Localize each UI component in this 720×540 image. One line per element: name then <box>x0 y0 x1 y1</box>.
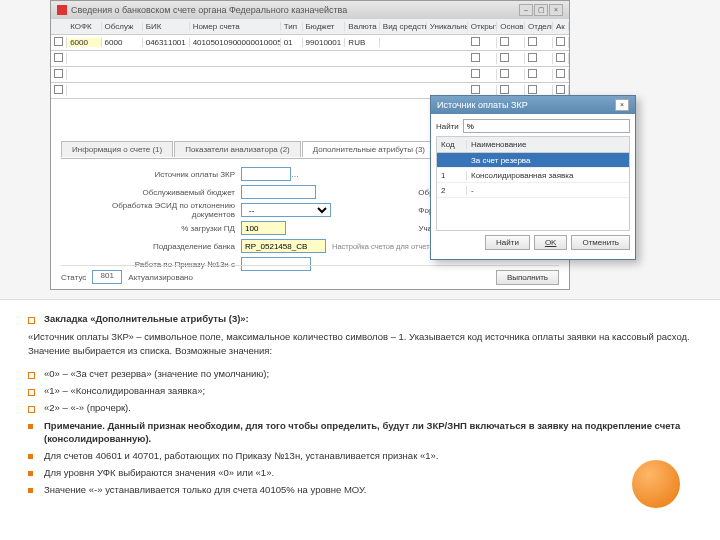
close-button[interactable]: × <box>549 4 563 16</box>
dept-checkbox[interactable] <box>528 69 537 78</box>
doc-note: Значение «-» устанавливается только для … <box>44 483 700 497</box>
status-text: Актуализировано <box>128 273 193 282</box>
cell-budget: 99010001 <box>303 38 346 47</box>
main-checkbox[interactable] <box>500 37 509 46</box>
col-currency[interactable]: Валюта <box>345 22 379 31</box>
open-checkbox[interactable] <box>471 37 480 46</box>
row-checkbox[interactable] <box>54 37 63 46</box>
col-account[interactable]: Номер счета <box>190 22 281 31</box>
src-input[interactable] <box>241 167 291 181</box>
window-titlebar: Сведения о банковском счете органа Федер… <box>51 1 569 19</box>
status-code: 801 <box>92 270 122 284</box>
cell-bik: 046311001 <box>143 38 190 47</box>
row-checkbox[interactable] <box>54 53 63 62</box>
ak-checkbox[interactable] <box>556 37 565 46</box>
lookup-row[interactable]: 1 Консолидированная заявка <box>437 168 629 183</box>
dept-input[interactable] <box>241 239 326 253</box>
col-funds-type[interactable]: Вид средств <box>380 22 427 31</box>
col-type[interactable]: Тип <box>281 22 303 31</box>
row-checkbox[interactable] <box>54 69 63 78</box>
pd-input[interactable] <box>241 221 286 235</box>
doc-note: Для уровня УФК выбираются значения «0» и… <box>44 466 700 480</box>
pd-label: % загрузки ПД <box>71 224 241 233</box>
budget-label: Обслуживаемый бюджет <box>71 188 241 197</box>
cell-account: 40105010900000010005 <box>190 38 281 47</box>
col-bik[interactable]: БИК <box>143 22 190 31</box>
doc-li: «1» – «Консолидированная заявка»; <box>44 384 700 398</box>
doc-note: Примечание. Данный признак необходим, дл… <box>44 420 680 445</box>
tab-info[interactable]: Информация о счете (1) <box>61 141 173 157</box>
status-label: Статус <box>61 273 86 282</box>
doc-paragraph: «Источник оплаты ЗКР» – символьное поле,… <box>28 330 700 358</box>
main-checkbox[interactable] <box>500 53 509 62</box>
ok-button[interactable]: OK <box>534 235 568 250</box>
doc-note: Для счетов 40601 и 40701, работающих по … <box>44 449 700 463</box>
open-checkbox[interactable] <box>471 53 480 62</box>
dept-checkbox[interactable] <box>528 85 537 94</box>
row-checkbox[interactable] <box>54 85 63 94</box>
esid-select[interactable]: -- <box>241 203 331 217</box>
doc-li: «2» – «-» (прочерк). <box>44 401 700 415</box>
dialog-title: Источник оплаты ЗКР <box>437 96 528 114</box>
dept-checkbox[interactable] <box>528 37 537 46</box>
dialog-titlebar: Источник оплаты ЗКР × <box>431 96 635 114</box>
source-lookup-dialog: Источник оплаты ЗКР × Найти Код Наименов… <box>430 95 636 260</box>
col-kofk[interactable]: КОФК <box>67 22 101 31</box>
open-checkbox[interactable] <box>471 69 480 78</box>
tabs: Информация о счете (1) Показатели анализ… <box>61 141 436 157</box>
tab-analyzer[interactable]: Показатели анализатора (2) <box>174 141 301 157</box>
cell-type: 01 <box>281 38 303 47</box>
ak-checkbox[interactable] <box>556 53 565 62</box>
col-dept[interactable]: Отдель <box>525 22 553 31</box>
main-checkbox[interactable] <box>500 85 509 94</box>
dept-label: Подразделение банка <box>71 242 241 251</box>
find-button[interactable]: Найти <box>485 235 530 250</box>
lookup-row[interactable]: 2 - <box>437 183 629 198</box>
src-lookup-icon[interactable]: … <box>291 170 301 179</box>
col-main[interactable]: Основ <box>497 22 525 31</box>
dialog-close-button[interactable]: × <box>615 99 629 111</box>
execute-button[interactable]: Выполнить <box>496 270 559 285</box>
src-label: Источник оплаты ЗКР <box>71 170 241 179</box>
cell-obsluzh: 6000 <box>102 38 143 47</box>
budget-input[interactable] <box>241 185 316 199</box>
search-label: Найти <box>436 122 459 131</box>
doc-heading: Закладка «Дополнительные атрибуты (3)»: <box>44 313 249 324</box>
lookup-row[interactable]: За счет резерва <box>437 153 629 168</box>
tab-attributes[interactable]: Дополнительные атрибуты (3) <box>302 141 436 157</box>
table-row[interactable] <box>51 51 569 67</box>
col-code[interactable]: Код <box>437 140 467 149</box>
status-bar: Статус 801 Актуализировано Выполнить <box>61 265 559 285</box>
table-row[interactable]: 6000 6000 046311001 40105010900000010005… <box>51 35 569 51</box>
col-budget[interactable]: Бюджет <box>303 22 346 31</box>
search-input[interactable] <box>463 119 630 133</box>
table-row[interactable] <box>51 67 569 83</box>
cell-kofk[interactable]: 6000 <box>67 38 101 47</box>
open-checkbox[interactable] <box>471 85 480 94</box>
col-open[interactable]: Открыт <box>468 22 497 31</box>
cancel-button[interactable]: Отменить <box>571 235 630 250</box>
documentation: Закладка «Дополнительные атрибуты (3)»: … <box>0 300 720 518</box>
esid-label: Обработка ЭСИД по отклонению документов <box>71 201 241 219</box>
window-title: Сведения о банковском счете органа Федер… <box>71 1 347 19</box>
lookup-grid: Код Наименование За счет резерва 1 Консо… <box>436 136 630 231</box>
col-obsluzh[interactable]: Обслуж <box>102 22 143 31</box>
grid-header: КОФК Обслуж БИК Номер счета Тип Бюджет В… <box>51 19 569 35</box>
cell-currency: RUB <box>345 38 379 47</box>
ak-checkbox[interactable] <box>556 85 565 94</box>
col-name[interactable]: Наименование <box>467 140 629 149</box>
col-ak[interactable]: Ак <box>553 22 569 31</box>
doc-li: «0» – «За счет резерва» (значение по умо… <box>44 367 700 381</box>
ak-checkbox[interactable] <box>556 69 565 78</box>
col-unique[interactable]: Уникальный <box>427 22 468 31</box>
accounts-grid: КОФК Обслуж БИК Номер счета Тип Бюджет В… <box>51 19 569 99</box>
app-icon <box>57 5 67 15</box>
main-checkbox[interactable] <box>500 69 509 78</box>
dept-checkbox[interactable] <box>528 53 537 62</box>
maximize-button[interactable]: ▢ <box>534 4 548 16</box>
minimize-button[interactable]: – <box>519 4 533 16</box>
